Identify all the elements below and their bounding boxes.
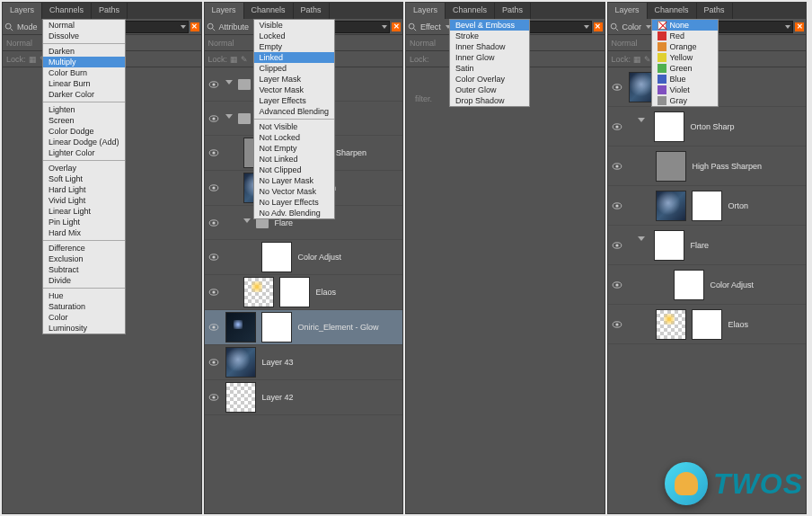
layer-row[interactable]: Elaos bbox=[608, 305, 807, 344]
mode-option[interactable]: Darker Color bbox=[43, 89, 125, 100]
visibility-eye-icon[interactable] bbox=[612, 242, 622, 249]
visibility-eye-icon[interactable] bbox=[612, 84, 622, 91]
attribute-option[interactable]: No Vector Mask bbox=[254, 186, 335, 197]
mode-option[interactable]: Linear Burn bbox=[43, 78, 125, 89]
attribute-option[interactable]: Not Empty bbox=[254, 143, 335, 154]
effect-option[interactable]: Inner Shadow bbox=[450, 41, 529, 52]
toggle-arrow-icon[interactable] bbox=[243, 218, 251, 227]
layer-thumbnail[interactable] bbox=[654, 230, 684, 261]
layer-row[interactable]: Layer 42 bbox=[205, 380, 403, 415]
attribute-option[interactable]: Layer Mask bbox=[254, 74, 335, 85]
layer-row[interactable]: High Pass Sharpen bbox=[608, 147, 807, 186]
visibility-eye-icon[interactable] bbox=[208, 394, 219, 401]
mode-option[interactable]: Soft Light bbox=[43, 173, 125, 184]
layer-row[interactable]: Oniric_Element - Glow bbox=[205, 310, 403, 345]
attribute-option[interactable]: Layer Effects bbox=[254, 95, 335, 106]
layer-thumbnail[interactable] bbox=[225, 312, 256, 343]
attribute-option[interactable]: Vector Mask bbox=[254, 85, 335, 95]
mode-option[interactable]: Linear Dodge (Add) bbox=[43, 137, 125, 147]
mode-option[interactable]: Hard Light bbox=[43, 184, 125, 195]
mode-option[interactable]: Lighter Color bbox=[43, 147, 125, 158]
layer-thumbnail[interactable] bbox=[654, 111, 684, 142]
clear-filter-button[interactable]: ✕ bbox=[795, 22, 804, 31]
mode-option[interactable]: Pin Light bbox=[43, 217, 125, 227]
color-option[interactable]: Orange bbox=[652, 41, 718, 52]
mode-option[interactable]: Color Dodge bbox=[43, 126, 125, 137]
tab-channels[interactable]: Channels bbox=[446, 3, 495, 19]
layer-thumbnail[interactable] bbox=[656, 309, 686, 340]
layer-thumbnail[interactable] bbox=[674, 270, 704, 300]
mode-option[interactable]: Divide bbox=[43, 275, 125, 286]
visibility-eye-icon[interactable] bbox=[208, 115, 219, 122]
mode-option[interactable]: Screen bbox=[43, 115, 125, 126]
mode-option[interactable]: Color bbox=[43, 312, 125, 323]
attribute-option[interactable]: Not Locked bbox=[254, 132, 335, 143]
attribute-option[interactable]: Empty bbox=[254, 41, 335, 52]
tab-layers[interactable]: Layers bbox=[205, 3, 244, 19]
toggle-arrow-icon[interactable] bbox=[225, 114, 233, 122]
mode-option[interactable]: Hue bbox=[43, 290, 125, 301]
color-option[interactable]: Yellow bbox=[652, 52, 718, 63]
mode-option[interactable]: Overlay bbox=[43, 163, 125, 173]
toggle-arrow-icon[interactable] bbox=[225, 80, 233, 88]
mode-option[interactable]: Multiply bbox=[43, 57, 125, 67]
layer-thumbnail[interactable] bbox=[656, 191, 686, 221]
layer-thumbnail[interactable] bbox=[261, 242, 292, 272]
visibility-eye-icon[interactable] bbox=[612, 123, 622, 130]
layer-mask-thumbnail[interactable] bbox=[692, 191, 722, 221]
tab-layers[interactable]: Layers bbox=[608, 3, 648, 19]
tab-channels[interactable]: Channels bbox=[648, 3, 697, 19]
color-option[interactable]: Gray bbox=[652, 95, 718, 106]
mode-option[interactable]: Darken bbox=[43, 46, 125, 57]
layer-row[interactable]: Flare bbox=[608, 226, 807, 265]
lock-pixels-icon[interactable]: ▦ bbox=[633, 55, 641, 64]
mode-option[interactable]: Linear Light bbox=[43, 206, 125, 217]
attribute-option[interactable]: Advanced Blending bbox=[254, 106, 335, 117]
mode-option[interactable]: Saturation bbox=[43, 301, 125, 312]
layer-row[interactable]: Color Adjust bbox=[608, 265, 807, 305]
visibility-eye-icon[interactable] bbox=[612, 163, 622, 170]
toggle-arrow-icon[interactable] bbox=[638, 118, 645, 135]
visibility-eye-icon[interactable] bbox=[208, 184, 219, 191]
color-option[interactable]: Green bbox=[652, 63, 718, 74]
tab-paths[interactable]: Paths bbox=[294, 3, 330, 19]
tab-layers[interactable]: Layers bbox=[3, 3, 42, 19]
mode-option[interactable]: Luminosity bbox=[43, 323, 125, 334]
visibility-eye-icon[interactable] bbox=[612, 202, 622, 209]
mode-option[interactable]: Exclusion bbox=[43, 254, 125, 264]
attribute-option[interactable]: Not Clipped bbox=[254, 165, 335, 175]
visibility-eye-icon[interactable] bbox=[612, 321, 622, 328]
tab-channels[interactable]: Channels bbox=[42, 3, 92, 19]
visibility-eye-icon[interactable] bbox=[208, 324, 219, 331]
visibility-eye-icon[interactable] bbox=[208, 289, 219, 296]
tab-channels[interactable]: Channels bbox=[244, 3, 294, 19]
effect-option[interactable]: Bevel & Emboss bbox=[450, 20, 529, 31]
attribute-option[interactable]: No Layer Mask bbox=[254, 175, 335, 186]
mode-option[interactable]: Vivid Light bbox=[43, 195, 125, 206]
mode-option[interactable]: Dissolve bbox=[43, 31, 125, 41]
attribute-option[interactable]: Not Visible bbox=[254, 121, 335, 132]
layer-row[interactable]: Orton bbox=[608, 186, 807, 226]
visibility-eye-icon[interactable] bbox=[208, 81, 219, 88]
tab-layers[interactable]: Layers bbox=[406, 3, 446, 19]
attribute-option[interactable]: Locked bbox=[254, 31, 335, 41]
visibility-eye-icon[interactable] bbox=[208, 219, 219, 227]
layer-mask-thumbnail[interactable] bbox=[279, 277, 310, 307]
mode-option[interactable]: Hard Mix bbox=[43, 227, 125, 238]
color-option[interactable]: Blue bbox=[652, 74, 718, 85]
attribute-option[interactable]: Not Linked bbox=[254, 154, 335, 165]
color-option[interactable]: Red bbox=[652, 31, 718, 41]
effect-option[interactable]: Color Overlay bbox=[450, 74, 529, 85]
attribute-option[interactable]: No Layer Effects bbox=[254, 197, 335, 208]
attribute-option[interactable]: No Adv. Blending bbox=[254, 208, 335, 218]
visibility-eye-icon[interactable] bbox=[208, 254, 219, 261]
attribute-option[interactable]: Visible bbox=[254, 20, 335, 31]
layer-thumbnail[interactable] bbox=[656, 151, 686, 182]
layer-row[interactable]: Layer 43 bbox=[205, 345, 403, 380]
attribute-option[interactable]: Linked bbox=[254, 52, 335, 63]
visibility-eye-icon[interactable] bbox=[208, 149, 219, 156]
layer-mask-thumbnail[interactable] bbox=[261, 312, 292, 343]
toggle-arrow-icon[interactable] bbox=[638, 236, 645, 254]
color-option[interactable]: None bbox=[652, 20, 718, 31]
tab-paths[interactable]: Paths bbox=[697, 3, 733, 19]
